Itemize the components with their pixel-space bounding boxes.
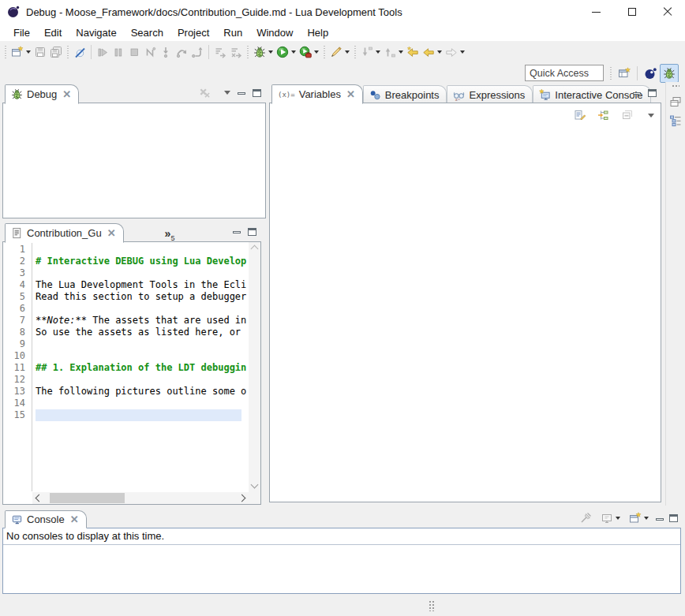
open-console-button[interactable] [627, 509, 650, 528]
minimize-view-icon[interactable] [656, 518, 664, 521]
view-menu-icon[interactable] [648, 114, 654, 118]
scrollbar-thumb[interactable] [50, 493, 125, 503]
close-icon[interactable]: ✕ [107, 228, 116, 238]
save-all-button[interactable] [48, 43, 64, 62]
step-over-button[interactable] [174, 43, 189, 62]
show-type-names-button[interactable] [572, 106, 588, 125]
editor-code-area[interactable]: # Interactive DEBUG using Lua DevelopThe… [32, 242, 248, 491]
maximize-view-icon[interactable] [253, 89, 261, 97]
code-line[interactable] [36, 374, 241, 386]
console-body: No consoles to display at this time. [2, 528, 681, 594]
suspend-button[interactable] [110, 43, 126, 62]
restore-view-button[interactable] [666, 92, 685, 111]
hidden-editors-chevron[interactable]: » 5 [165, 227, 175, 242]
code-line[interactable] [36, 244, 241, 256]
debug-perspective-button[interactable] [660, 64, 679, 83]
show-logical-structures-button[interactable] [596, 106, 612, 125]
menu-window[interactable]: Window [249, 25, 300, 40]
use-step-filters-button[interactable] [212, 43, 228, 62]
step-filters-config-button[interactable] [228, 43, 244, 62]
open-perspective-icon [618, 67, 631, 80]
maximize-view-icon[interactable] [648, 89, 657, 97]
status-bar [0, 595, 685, 616]
code-line[interactable] [36, 303, 241, 315]
tab-console[interactable]: Console ✕ [5, 510, 87, 528]
tab-contribution-guide[interactable]: Contribution_Gu ✕ [5, 223, 124, 243]
toolbar-grip [324, 46, 325, 58]
collapse-all-button[interactable] [619, 106, 635, 125]
editor-horizontal-scrollbar[interactable] [32, 492, 249, 504]
window-close-button[interactable] [649, 0, 685, 24]
view-menu-icon[interactable] [224, 91, 230, 95]
code-line[interactable] [36, 338, 241, 350]
minimize-view-icon[interactable] [233, 231, 241, 233]
code-line[interactable]: **Note:** The assets that are used in [36, 315, 241, 327]
menu-edit[interactable]: Edit [37, 25, 69, 40]
remove-all-terminated-icon[interactable] [199, 87, 211, 99]
maximize-view-icon[interactable] [669, 514, 678, 522]
debug-button[interactable] [252, 43, 275, 62]
menu-file[interactable]: File [6, 25, 37, 40]
step-return-button[interactable] [189, 43, 205, 62]
minimize-view-icon[interactable] [633, 92, 641, 95]
back-button[interactable] [421, 43, 444, 62]
tab-debug[interactable]: Debug ✕ [5, 84, 79, 104]
quick-access-input[interactable] [525, 65, 604, 81]
debug-view-tabs: Debug ✕ [2, 83, 266, 103]
line-number: 14 [4, 398, 25, 409]
menu-search[interactable]: Search [124, 25, 170, 40]
code-line[interactable] [36, 409, 241, 421]
tab-breakpoints[interactable]: Breakpoints [363, 85, 447, 103]
scroll-down-icon[interactable] [251, 481, 259, 489]
menu-run[interactable]: Run [216, 25, 249, 40]
code-line[interactable]: The following pictures outline some o [36, 386, 241, 398]
skip-all-breakpoints-button[interactable] [72, 43, 88, 62]
close-icon[interactable]: ✕ [70, 514, 79, 525]
lua-perspective-button[interactable] [641, 64, 660, 83]
step-into-button[interactable] [158, 43, 174, 62]
scroll-right-icon[interactable] [238, 495, 246, 502]
console-message: No consoles to display at this time. [3, 528, 680, 545]
scroll-up-icon[interactable] [251, 245, 259, 253]
line-number: 5 [4, 291, 25, 303]
window-minimize-button[interactable] [578, 0, 614, 24]
disconnect-button[interactable] [142, 43, 158, 62]
close-icon[interactable]: ✕ [62, 89, 71, 99]
forward-button[interactable] [444, 43, 466, 62]
previous-annotation-button[interactable] [382, 43, 405, 62]
editor-vertical-scrollbar[interactable] [249, 242, 260, 491]
next-annotation-button[interactable] [359, 43, 382, 62]
mark-occurrences-button[interactable] [328, 43, 351, 62]
resume-button[interactable] [95, 43, 110, 62]
run-button[interactable] [275, 43, 298, 62]
code-line[interactable] [36, 350, 241, 362]
tab-expressions[interactable]: Expressions [447, 85, 533, 103]
maximize-view-icon[interactable] [248, 228, 256, 236]
code-line[interactable]: The Lua Development Tools in the Ecli [36, 279, 241, 291]
pin-console-button[interactable] [578, 509, 593, 528]
save-button[interactable] [32, 43, 48, 62]
menu-help[interactable]: Help [300, 25, 335, 40]
external-tools-button[interactable] [298, 43, 320, 62]
last-edit-location-button[interactable] [405, 43, 421, 62]
tab-variables[interactable]: (x)= Variables ✕ [271, 84, 363, 104]
code-line[interactable]: # Interactive DEBUG using Lua Develop [36, 256, 241, 267]
code-line[interactable]: Read this section to setup a debugger [36, 291, 241, 303]
terminate-button[interactable] [126, 43, 142, 62]
menu-navigate[interactable]: Navigate [69, 25, 123, 40]
open-perspective-button[interactable] [615, 64, 634, 83]
outline-view-button[interactable] [666, 111, 685, 130]
menu-project[interactable]: Project [170, 25, 216, 40]
close-icon[interactable]: ✕ [346, 89, 355, 99]
window-maximize-button[interactable] [614, 0, 649, 24]
code-line[interactable] [36, 398, 241, 409]
title-bar: Debug - Moose_Framework/docs/Contributio… [0, 0, 685, 24]
display-selected-console-button[interactable] [599, 509, 622, 528]
code-line[interactable]: ## 1. Explanation of the LDT debuggin [36, 362, 241, 374]
minimize-view-icon[interactable] [238, 92, 245, 95]
code-line[interactable] [36, 267, 241, 279]
code-line[interactable]: So use the assets as listed here, or [36, 327, 241, 338]
chevron-down-icon [268, 50, 273, 54]
new-wizard-button[interactable] [9, 43, 32, 62]
scroll-left-icon[interactable] [36, 495, 43, 502]
